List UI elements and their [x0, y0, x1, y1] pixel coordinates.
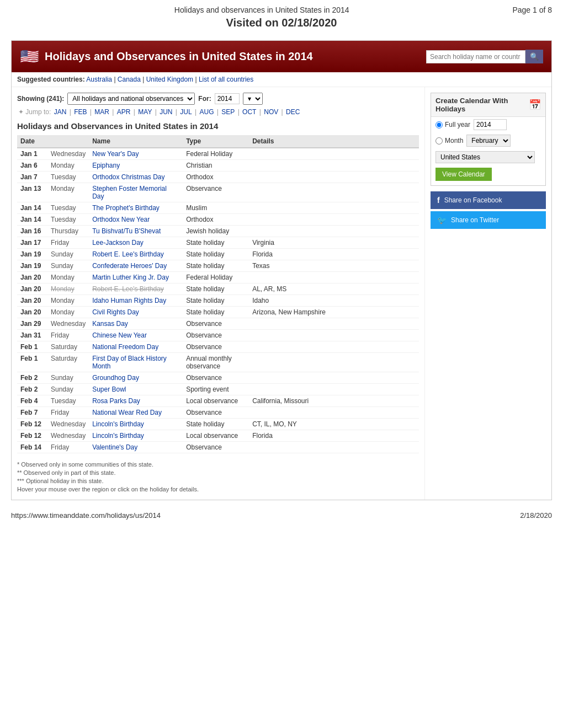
table-row: Jan 19SundayConfederate Heroes' DayState…	[17, 260, 419, 272]
suggested-australia[interactable]: Australia	[86, 76, 112, 83]
jump-aug[interactable]: AUG	[199, 108, 214, 116]
share-twitter-button[interactable]: 🐦 Share on Twitter	[431, 211, 546, 229]
jump-nov[interactable]: NOV	[264, 108, 278, 116]
cell-name[interactable]: The Prophet's Birthday	[89, 202, 183, 214]
cell-name[interactable]: Confederate Heroes' Day	[89, 260, 183, 272]
holiday-link[interactable]: Tu Bishvat/Tu B'Shevat	[92, 227, 161, 235]
cell-name[interactable]: Rosa Parks Day	[89, 395, 183, 407]
month-label[interactable]: Month	[435, 137, 463, 144]
suggested-canada[interactable]: Canada	[118, 76, 141, 83]
holiday-link[interactable]: Kansas Day	[92, 320, 128, 328]
holiday-link[interactable]: Groundhog Day	[92, 374, 139, 382]
jump-apr[interactable]: APR	[117, 108, 131, 116]
holiday-link[interactable]: Rosa Parks Day	[92, 397, 140, 405]
jump-jan[interactable]: JAN	[54, 108, 67, 116]
cell-name[interactable]: Groundhog Day	[89, 372, 183, 384]
holiday-link[interactable]: Confederate Heroes' Day	[92, 262, 167, 270]
holiday-link[interactable]: Lincoln's Birthday	[92, 420, 144, 428]
cell-type: Sporting event	[183, 384, 249, 395]
cell-day: Saturday	[47, 353, 89, 372]
cell-name[interactable]: First Day of Black History Month	[89, 353, 183, 372]
month-radio[interactable]	[435, 137, 443, 144]
visited-label: Visited on 02/18/2020	[11, 17, 552, 29]
jump-jul[interactable]: JUL	[180, 108, 192, 116]
cell-name[interactable]: Kansas Day	[89, 318, 183, 330]
create-title-text: Create Calendar With Holidays	[435, 97, 525, 113]
holiday-link[interactable]: National Freedom Day	[92, 343, 158, 351]
cell-details: CT, IL, MO, NY	[249, 419, 419, 430]
showing-bar: Showing (241): All holidays and national…	[17, 93, 419, 105]
cell-date: Jan 16	[17, 226, 47, 237]
search-bar[interactable]: 🔍	[426, 50, 543, 63]
jump-dec[interactable]: DEC	[286, 108, 300, 116]
cell-name[interactable]: Robert E. Lee's Birthday	[89, 283, 183, 295]
cell-name[interactable]: National Wear Red Day	[89, 407, 183, 419]
cell-name[interactable]: Valentine's Day	[89, 442, 183, 453]
year-select[interactable]: ▾	[243, 93, 263, 105]
jump-feb[interactable]: FEB	[74, 108, 87, 116]
cell-name[interactable]: Lincoln's Birthday	[89, 419, 183, 430]
sidebar-year-input[interactable]	[474, 119, 507, 130]
holiday-link[interactable]: Epiphany	[92, 162, 120, 169]
cell-name[interactable]: New Year's Day	[89, 148, 183, 160]
jump-jun[interactable]: JUN	[160, 108, 172, 116]
holiday-link[interactable]: Valentine's Day	[92, 443, 137, 451]
cell-name[interactable]: Orthodox New Year	[89, 214, 183, 226]
cell-name[interactable]: Lee-Jackson Day	[89, 237, 183, 249]
showing-select[interactable]: All holidays and national observances	[67, 93, 195, 105]
holiday-link[interactable]: Lee-Jackson Day	[92, 239, 144, 247]
view-calendar-button[interactable]: View Calendar	[435, 168, 492, 181]
section-title: Holidays and Observances in United State…	[17, 121, 419, 131]
cell-name[interactable]: Robert E. Lee's Birthday	[89, 249, 183, 260]
full-year-label[interactable]: Full year	[435, 121, 470, 129]
cell-name[interactable]: Chinese New Year	[89, 330, 183, 341]
cell-details	[249, 214, 419, 226]
col-details: Details	[249, 135, 419, 148]
holiday-link[interactable]: Stephen Foster Memorial Day	[92, 185, 167, 200]
share-facebook-button[interactable]: f Share on Facebook	[431, 191, 546, 209]
cell-type: State holiday	[183, 237, 249, 249]
cell-details: Idaho	[249, 295, 419, 307]
cell-name[interactable]: National Freedom Day	[89, 341, 183, 353]
suggested-all-countries[interactable]: List of all countries	[199, 76, 253, 83]
cell-day: Friday	[47, 330, 89, 341]
holiday-link[interactable]: The Prophet's Birthday	[92, 204, 160, 212]
holiday-link[interactable]: Robert E. Lee's Birthday	[92, 250, 164, 258]
cell-name[interactable]: Stephen Foster Memorial Day	[89, 183, 183, 202]
holiday-link[interactable]: Super Bowl	[92, 386, 126, 393]
table-row: Jan 13MondayStephen Foster Memorial DayO…	[17, 183, 419, 202]
country-select[interactable]: United States	[435, 151, 535, 163]
holiday-link[interactable]: Orthodox Christmas Day	[92, 173, 164, 181]
holiday-link[interactable]: New Year's Day	[92, 150, 139, 158]
cell-details: Texas	[249, 260, 419, 272]
jump-may[interactable]: MAY	[138, 108, 152, 116]
search-button[interactable]: 🔍	[525, 50, 543, 63]
cell-name[interactable]: Lincoln's Birthday	[89, 430, 183, 442]
jump-oct[interactable]: OCT	[242, 108, 256, 116]
jump-sep[interactable]: SEP	[221, 108, 235, 116]
holiday-link[interactable]: Martin Luther King Jr. Day	[92, 274, 169, 281]
cell-name[interactable]: Martin Luther King Jr. Day	[89, 272, 183, 283]
col-type: Type	[183, 135, 249, 148]
cell-name[interactable]: Super Bowl	[89, 384, 183, 395]
cell-name[interactable]: Idaho Human Rights Day	[89, 295, 183, 307]
cell-name[interactable]: Orthodox Christmas Day	[89, 172, 183, 183]
full-year-radio[interactable]	[435, 121, 443, 129]
jump-mar[interactable]: MAR	[94, 108, 109, 116]
search-input[interactable]	[426, 50, 525, 63]
cell-name[interactable]: Epiphany	[89, 160, 183, 172]
cell-details: Florida	[249, 430, 419, 442]
year-input[interactable]	[215, 93, 240, 104]
suggested-uk[interactable]: United Kingdom	[146, 76, 193, 83]
cell-name[interactable]: Tu Bishvat/Tu B'Shevat	[89, 226, 183, 237]
holiday-link[interactable]: Chinese New Year	[92, 331, 147, 339]
holiday-link[interactable]: National Wear Red Day	[92, 409, 162, 416]
holiday-link[interactable]: Civil Rights Day	[92, 308, 139, 316]
holiday-link[interactable]: Idaho Human Rights Day	[92, 297, 166, 304]
cell-name[interactable]: Civil Rights Day	[89, 307, 183, 318]
holiday-link[interactable]: First Day of Black History Month	[92, 355, 167, 370]
cell-details: Florida	[249, 249, 419, 260]
holiday-link[interactable]: Lincoln's Birthday	[92, 432, 144, 440]
month-select[interactable]: February January March	[466, 135, 511, 147]
holiday-link[interactable]: Orthodox New Year	[92, 216, 150, 223]
